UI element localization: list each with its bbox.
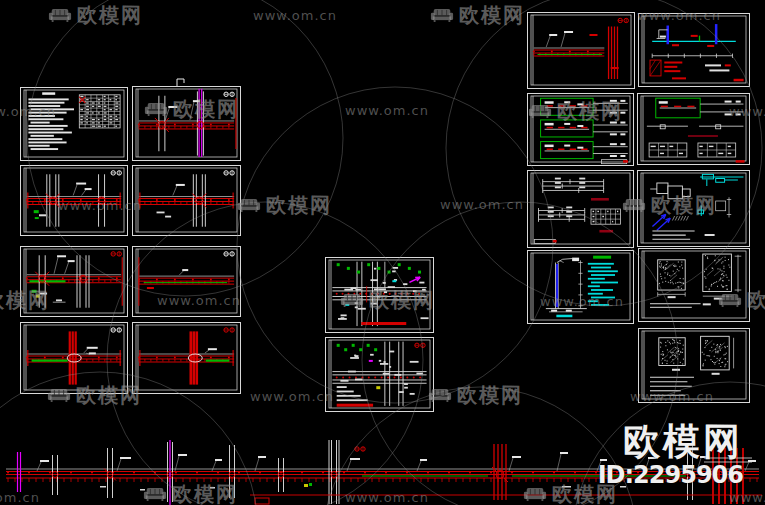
watermark-id-text: ID:2295906 xyxy=(598,463,743,487)
site-id-watermark: 欧模网 ID:2295906 xyxy=(598,423,743,487)
cad-preview-canvas: 欧模网欧模网欧模网欧模网欧模网欧模网欧模网欧模网欧模网欧模网欧模网欧模网欧模网w… xyxy=(0,0,765,505)
watermark-brand-text: 欧模网 xyxy=(598,423,743,462)
